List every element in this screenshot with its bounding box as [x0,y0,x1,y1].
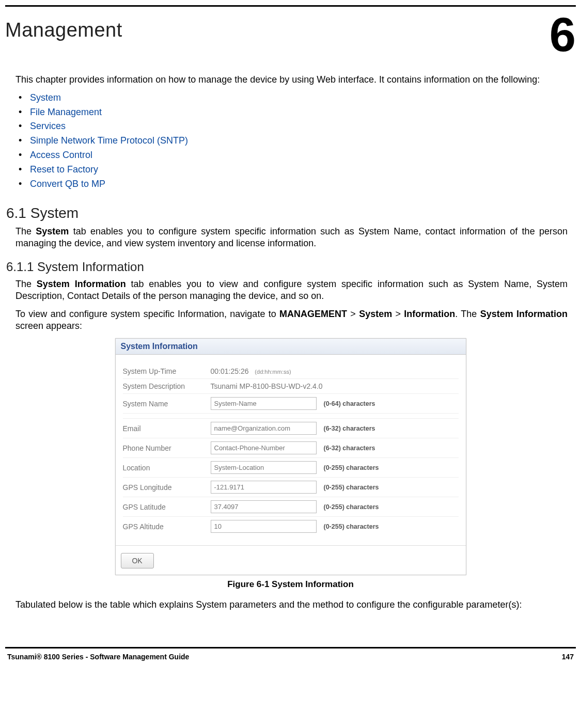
label-description: System Description [123,382,211,390]
footer-guide-title: Tsunami® 8100 Series - Software Manageme… [7,653,189,661]
row-altitude: GPS Altitude (0-255) characters [123,517,459,536]
row-location: Location (0-255) characters [123,458,459,478]
figure-system-information: System Information System Up-Time 00:01:… [115,338,466,575]
link-reset-to-factory[interactable]: Reset to Factory [30,164,98,175]
text: screen appears: [15,321,82,331]
row-description: System Description Tsunami MP-8100-BSU-W… [123,379,459,394]
section-6-1-1-para2: To view and configure system specific In… [15,308,568,332]
row-system-name: System Name (0-64) characters [123,394,459,414]
label-altitude: GPS Altitude [123,523,211,531]
input-longitude[interactable] [211,481,317,494]
label-location: Location [123,464,211,472]
bottom-rule [5,647,576,648]
link-convert-qb-to-mp[interactable]: Convert QB to MP [30,179,105,189]
row-latitude: GPS Latitude (0-255) characters [123,497,459,517]
topic-link-list: System File Management Services Simple N… [15,91,568,192]
label-system-name: System Name [123,400,211,408]
chapter-intro: This chapter provides information on how… [15,74,568,86]
link-system[interactable]: System [30,92,61,103]
label-uptime: System Up-Time [123,367,211,375]
input-latitude[interactable] [211,500,317,513]
row-longitude: GPS Longitude (0-255) characters [123,478,459,497]
top-rule [5,5,576,7]
bold-system-breadcrumb: System [359,309,392,319]
bold-information: Information [404,309,455,319]
hint-location: (0-255) characters [317,464,459,471]
input-system-name[interactable] [211,397,317,410]
uptime-format-note: (dd:hh:mm:ss) [255,369,291,375]
value-description: Tsunami MP-8100-BSU-WD-v2.4.0 [211,382,459,390]
ok-button[interactable]: OK [121,553,154,568]
bold-system-information-screen: System Information [480,309,568,319]
text: The [15,226,36,236]
label-latitude: GPS Latitude [123,503,211,511]
chapter-title: Management [5,19,122,41]
row-uptime: System Up-Time 00:01:25:26 (dd:hh:mm:ss) [123,364,459,379]
hint-email: (6-32) characters [317,425,459,432]
hint-latitude: (0-255) characters [317,503,459,511]
figure-caption: Figure 6-1 System Information [5,579,576,590]
heading-6-1-1: 6.1.1 System Information [6,260,568,274]
footer-page-number: 147 [562,653,574,661]
uptime-value: 00:01:25:26 [211,367,249,375]
link-sntp[interactable]: Simple Network Time Protocol (SNTP) [30,135,188,146]
input-altitude[interactable] [211,520,317,533]
hint-longitude: (0-255) characters [317,484,459,491]
table-intro: Tabulated below is the table which expla… [5,599,576,611]
text: tab enables you to configure system spec… [15,226,568,248]
row-phone: Phone Number (6-32) characters [123,438,459,458]
hint-phone: (6-32) characters [317,445,459,452]
bold-system: System [36,226,69,236]
bold-system-information: System Information [37,279,126,289]
input-email[interactable] [211,422,317,435]
chapter-number: 6 [549,16,576,54]
row-spacer [123,414,459,419]
hint-system-name: (0-64) characters [317,400,459,407]
link-file-management[interactable]: File Management [30,107,102,117]
text: > [392,309,404,319]
text: To view and configure system specific In… [15,309,279,319]
link-access-control[interactable]: Access Control [30,150,92,160]
value-uptime: 00:01:25:26 (dd:hh:mm:ss) [211,367,322,375]
text: The [15,279,37,289]
heading-6-1: 6.1 System [6,205,568,221]
bold-management: MANAGEMENT [279,309,347,319]
label-phone: Phone Number [123,444,211,452]
figure-panel-title: System Information [116,339,466,355]
section-6-1-1-para1: The System Information tab enables you t… [15,278,568,302]
label-email: Email [123,424,211,433]
hint-altitude: (0-255) characters [317,523,459,530]
input-location[interactable] [211,461,317,474]
input-phone[interactable] [211,441,317,454]
row-email: Email (6-32) characters [123,419,459,438]
chapter-header: Management 6 [5,19,576,54]
text: > [347,309,359,319]
page-footer: Tsunami® 8100 Series - Software Manageme… [5,653,576,668]
section-6-1-para: The System tab enables you to configure … [15,226,568,249]
link-services[interactable]: Services [30,121,66,131]
label-longitude: GPS Longitude [123,483,211,492]
text: . The [455,309,480,319]
